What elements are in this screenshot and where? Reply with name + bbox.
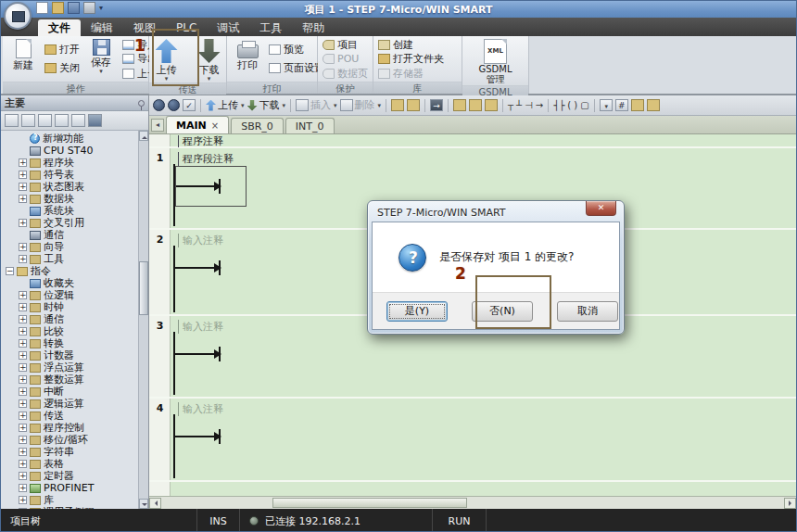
menu-item[interactable]: 调试 <box>207 19 249 36</box>
goto-pou-icon[interactable]: → <box>430 99 443 111</box>
tree-expander[interactable]: + <box>19 243 27 251</box>
pou-properties-icon[interactable] <box>647 99 660 111</box>
tree-expander[interactable]: + <box>19 315 27 323</box>
pause-status-icon[interactable] <box>168 99 180 111</box>
open-button[interactable]: 打开 <box>43 43 82 57</box>
tree-item[interactable]: + 时钟 <box>1 301 138 313</box>
symbol-table-icon[interactable] <box>21 114 35 127</box>
scroll-down-icon[interactable] <box>139 499 148 509</box>
editor-upload-button[interactable]: 上传 <box>206 98 245 112</box>
tree-expander[interactable]: + <box>19 171 27 179</box>
save-dropdown-icon[interactable]: ▾ <box>99 70 103 74</box>
coil-icon[interactable]: ( ) <box>567 99 577 111</box>
tree-item[interactable]: + 字符串 <box>1 446 138 458</box>
tree-expander[interactable]: + <box>19 460 27 468</box>
tree-expander[interactable]: + <box>19 303 27 311</box>
gsdml-manage-button[interactable]: XML GSDML 管理 <box>476 37 515 84</box>
window-view-icon[interactable] <box>5 114 19 127</box>
library-create-button[interactable]: 创建 <box>376 38 446 52</box>
grid-icon[interactable]: # <box>615 99 628 111</box>
edit-comment-icon[interactable] <box>631 99 644 111</box>
network-comment[interactable]: 输入注释 <box>178 234 223 247</box>
print-button[interactable]: 打印 <box>230 37 265 81</box>
app-logo-icon[interactable] <box>4 2 32 30</box>
pin-icon[interactable] <box>138 100 145 107</box>
tree-item[interactable]: + PROFINET <box>1 482 138 494</box>
cancel-button[interactable]: 取消 <box>557 301 618 322</box>
download-dropdown-icon[interactable]: ▾ <box>208 77 211 82</box>
communication-icon[interactable] <box>88 114 102 127</box>
scroll-left-icon[interactable] <box>149 498 161 509</box>
status-chart-icon[interactable] <box>38 114 52 127</box>
tab-close-icon[interactable]: × <box>211 120 219 131</box>
tree-item[interactable]: 通信 <box>1 229 138 241</box>
editor-tab[interactable]: SBR_0 <box>231 118 284 133</box>
data-page-icon[interactable] <box>55 114 69 127</box>
tree-expander[interactable]: + <box>19 399 27 408</box>
program-status-icon[interactable] <box>153 99 165 111</box>
line-right-icon[interactable]: → <box>536 99 543 111</box>
next-bookmark-icon[interactable] <box>407 99 420 111</box>
dialog-close-button[interactable]: ✕ <box>586 201 616 216</box>
line-left-icon[interactable]: ⊣ <box>525 99 533 111</box>
tree-item[interactable]: 新增功能 <box>1 133 138 145</box>
network[interactable]: 4 输入注释 <box>149 399 796 482</box>
tree-expander[interactable]: + <box>19 158 27 167</box>
tree-item[interactable]: + 交叉引用 <box>1 217 138 229</box>
menu-item[interactable]: 帮助 <box>292 19 335 36</box>
program-comment[interactable]: 程序注释 <box>149 134 796 148</box>
tree-expander[interactable]: + <box>19 412 27 420</box>
line-up-icon[interactable]: ┴ <box>516 99 522 111</box>
contact-icon[interactable]: ┤├ <box>553 99 564 111</box>
tree-expander[interactable]: + <box>19 219 27 227</box>
tree-expander[interactable]: + <box>19 472 27 480</box>
yes-button[interactable]: 是(Y) <box>386 301 448 322</box>
tree-item[interactable]: + 工具 <box>1 253 138 265</box>
editor-tab[interactable]: MAIN × <box>166 116 229 133</box>
tree-item[interactable]: + 位逻辑 <box>1 289 138 301</box>
new-button[interactable]: 新建 <box>6 37 41 81</box>
close-button[interactable]: 关闭 <box>43 61 82 75</box>
network-comment[interactable]: 程序段注释 <box>178 152 234 166</box>
tree-expander[interactable]: + <box>19 375 27 384</box>
tree-expander[interactable]: + <box>19 363 27 372</box>
tree-expander[interactable]: + <box>19 448 27 456</box>
tree-expander[interactable]: + <box>19 496 27 504</box>
symbol-addressing-icon[interactable] <box>469 99 482 111</box>
tree-item[interactable]: + 整数运算 <box>1 374 138 386</box>
box-icon[interactable]: ▢ <box>580 99 588 111</box>
tree-item[interactable]: + 通信 <box>1 313 138 325</box>
scroll-right-icon[interactable] <box>784 498 796 509</box>
symbol-create-icon[interactable] <box>485 99 498 111</box>
tree-expander[interactable]: + <box>19 484 27 492</box>
symbol-info-icon[interactable] <box>453 99 466 111</box>
compile-check-icon[interactable]: ✓ <box>183 99 196 111</box>
protect-project-button[interactable]: 项目 <box>321 38 370 52</box>
menu-item[interactable]: 文件 <box>38 19 81 36</box>
address-toggle-icon[interactable] <box>600 99 613 111</box>
tree-item[interactable]: + 定时器 <box>1 470 138 482</box>
tree-expander[interactable]: + <box>19 351 27 360</box>
tab-scroll-left-icon[interactable]: ◂ <box>151 119 164 132</box>
tree-item[interactable]: + 向导 <box>1 241 138 253</box>
tree-item[interactable]: + 逻辑运算 <box>1 398 138 410</box>
tree-expander[interactable]: + <box>19 195 27 203</box>
editor-download-button[interactable]: 下载 <box>247 98 286 112</box>
tree-expander[interactable]: + <box>19 424 27 432</box>
tree-expander[interactable]: + <box>19 183 27 191</box>
tree-item[interactable]: + 比较 <box>1 325 138 337</box>
tree-expander[interactable]: − <box>6 267 14 275</box>
tree-expander[interactable]: + <box>19 327 27 336</box>
tree-expander[interactable]: + <box>19 291 27 299</box>
tree-expander[interactable]: + <box>19 339 27 348</box>
tree-expander[interactable]: + <box>19 436 27 444</box>
menu-item[interactable]: 工具 <box>249 19 292 36</box>
library-open-folder-button[interactable]: 打开文件夹 <box>376 52 446 66</box>
network-comment[interactable]: 输入注释 <box>178 402 223 416</box>
line-down-icon[interactable]: ┬ <box>508 99 513 111</box>
network-comment[interactable]: 输入注释 <box>178 320 223 334</box>
scrollbar-thumb[interactable] <box>139 261 148 315</box>
hscrollbar-thumb[interactable] <box>272 498 467 508</box>
bookmark-icon[interactable] <box>391 99 404 111</box>
horizontal-scrollbar[interactable] <box>149 496 796 509</box>
